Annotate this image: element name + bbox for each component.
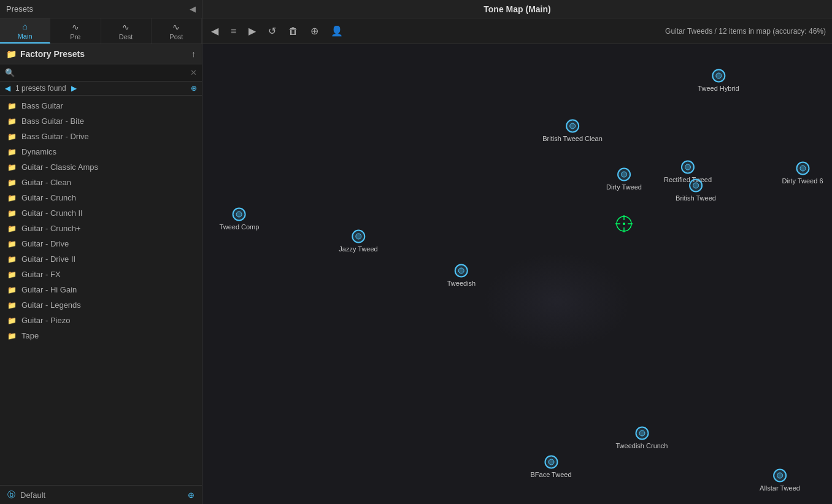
folder-icon: 📁 <box>7 163 17 172</box>
tone-node-circle <box>796 162 809 175</box>
tone-node[interactable]: Allstar Tweed <box>760 469 800 492</box>
sidebar-folder-item[interactable]: 📁Guitar - Piezo <box>0 313 202 328</box>
tone-node[interactable]: BFace Tweed <box>530 456 571 478</box>
tone-node-label: Dirty Tweed <box>606 183 642 191</box>
tone-map[interactable]: Tweed Hybrid British Tweed Clean Rectifi… <box>202 44 832 504</box>
main-tab-icon: ⌂ <box>22 21 27 31</box>
folder-name: Guitar - Piezo <box>21 316 70 325</box>
folder-name: Bass Guitar - Drive <box>21 132 89 141</box>
post-tab-icon: ∿ <box>172 22 180 32</box>
tone-node-label: British Tweed <box>676 194 716 202</box>
presets-header: Presets ◀ <box>0 0 202 18</box>
tone-node-circle <box>681 161 695 174</box>
tone-node-label: Allstar Tweed <box>760 484 800 492</box>
tone-node-label: British Tweed Clean <box>542 135 603 142</box>
default-preset-icon: ⓑ <box>7 489 15 500</box>
play-btn[interactable]: ▶ <box>246 24 258 38</box>
tab-section: ⌂ Main ∿ Pre ∿ Dest ∿ Post <box>0 18 202 44</box>
tone-node[interactable]: Jazzy Tweed <box>339 230 377 253</box>
svg-point-5 <box>623 223 625 225</box>
tone-node-circle <box>455 264 468 278</box>
settings-btn[interactable]: ⊕ <box>308 24 321 38</box>
tone-node-label: Tweedish <box>447 280 476 287</box>
upload-btn[interactable]: ↑ <box>191 49 196 59</box>
folder-name: Guitar - Crunch+ <box>21 224 80 233</box>
tone-node[interactable]: Dirty Tweed <box>606 168 642 191</box>
folder-icon: 📁 <box>7 209 17 218</box>
delete-btn[interactable]: 🗑 <box>286 25 301 38</box>
folder-name: Guitar - Drive <box>21 239 69 248</box>
tone-node-circle <box>233 208 246 221</box>
folder-icon: 📁 <box>7 178 17 187</box>
sidebar-folder-item[interactable]: 📁Bass Guitar - Bite <box>0 113 202 129</box>
sidebar-folder-item[interactable]: 📁Guitar - FX <box>0 267 202 282</box>
sidebar-folder-item[interactable]: 📁Guitar - Crunch <box>0 190 202 205</box>
folder-icon: 📁 <box>7 102 17 110</box>
sidebar-folder-item[interactable]: 📁Guitar - Hi Gain <box>0 282 202 297</box>
tab-dest-label: Dest <box>119 33 133 40</box>
add-preset-btn[interactable]: ⊕ <box>191 84 197 93</box>
sidebar-folder-item[interactable]: 📁Guitar - Classic Amps <box>0 159 202 175</box>
folder-name: Tape <box>21 331 39 340</box>
next-page-btn[interactable]: ▶ <box>71 84 77 93</box>
tone-node[interactable]: Tweed Hybrid <box>698 69 739 92</box>
search-icon: 🔍 <box>5 68 15 77</box>
folder-icon: 📁 <box>7 194 17 202</box>
tone-node[interactable]: British Tweed Clean <box>542 120 603 142</box>
tone-node-label: BFace Tweed <box>530 471 571 478</box>
tone-node-circle <box>617 168 631 181</box>
sidebar-title-bar: 📁 Factory Presets ↑ <box>0 44 202 64</box>
sidebar-folder-item[interactable]: 📁Dynamics <box>0 144 202 159</box>
tone-node[interactable]: Tweed Comp <box>220 208 260 231</box>
sidebar-folder-item[interactable]: 📁Bass Guitar <box>0 98 202 113</box>
crosshair <box>614 214 634 236</box>
default-preset-item[interactable]: ⓑ Default ⊕ <box>0 485 202 504</box>
tab-post[interactable]: ∿ Post <box>152 18 202 44</box>
search-clear-btn[interactable]: ✕ <box>190 68 197 77</box>
tone-node-circle <box>773 469 787 483</box>
sidebar-folder-item[interactable]: 📁Guitar - Drive <box>0 236 202 251</box>
tone-node[interactable]: Tweedish Crunch <box>616 427 668 449</box>
tone-node-circle <box>566 120 579 133</box>
folder-name: Guitar - Classic Amps <box>21 162 98 172</box>
sidebar-folder-item[interactable]: 📁Guitar - Drive II <box>0 251 202 267</box>
sidebar-folder-item[interactable]: 📁Guitar - Crunch II <box>0 205 202 221</box>
collapse-icon[interactable]: ◀ <box>190 4 196 13</box>
folder-icon: 📁 <box>7 316 17 325</box>
sidebar: 📁 Factory Presets ↑ 🔍 ✕ ◀ 1 presets foun… <box>0 44 202 504</box>
add-default-btn[interactable]: ⊕ <box>188 491 195 500</box>
sidebar-folder-item[interactable]: 📁Guitar - Crunch+ <box>0 221 202 236</box>
presets-found-text: 1 presets found <box>15 84 66 93</box>
prev-page-btn[interactable]: ◀ <box>5 84 10 93</box>
list-btn[interactable]: ≡ <box>228 25 239 38</box>
tone-map-title: Tone Map (Main) <box>483 4 550 14</box>
search-bar: 🔍 ✕ <box>0 64 202 82</box>
tone-node-label: Tweed Comp <box>220 223 260 231</box>
tab-dest[interactable]: ∿ Dest <box>101 18 152 44</box>
back-btn[interactable]: ◀ <box>209 24 221 38</box>
tone-node[interactable]: Dirty Tweed 6 <box>782 162 823 185</box>
tab-post-label: Post <box>169 33 183 40</box>
tone-node-label: Tweed Hybrid <box>698 85 739 92</box>
folder-icon: 📁 <box>7 332 17 340</box>
refresh-btn[interactable]: ↺ <box>266 24 279 38</box>
presets-label: Presets <box>6 4 33 13</box>
factory-folder-icon: 📁 <box>6 49 17 59</box>
folder-icon: 📁 <box>7 224 17 233</box>
sidebar-folder-item[interactable]: 📁Bass Guitar - Drive <box>0 129 202 144</box>
tone-node[interactable]: British Tweed <box>676 179 716 202</box>
search-input[interactable] <box>18 69 187 77</box>
tone-node[interactable]: Tweedish <box>447 264 476 287</box>
folder-name: Guitar - Legends <box>21 300 81 310</box>
tab-main[interactable]: ⌂ Main <box>0 18 50 44</box>
pre-tab-icon: ∿ <box>72 22 79 32</box>
default-preset-label: Default <box>20 491 45 500</box>
sidebar-folder-item[interactable]: 📁Guitar - Legends <box>0 297 202 313</box>
person-btn[interactable]: 👤 <box>328 24 345 38</box>
tab-pre-label: Pre <box>70 33 80 40</box>
tab-pre[interactable]: ∿ Pre <box>50 18 101 44</box>
sidebar-folder-item[interactable]: 📁Guitar - Clean <box>0 175 202 190</box>
tone-node-circle <box>689 179 703 193</box>
sidebar-folder-item[interactable]: 📁Tape <box>0 328 202 343</box>
folder-name: Guitar - Crunch <box>21 193 76 202</box>
